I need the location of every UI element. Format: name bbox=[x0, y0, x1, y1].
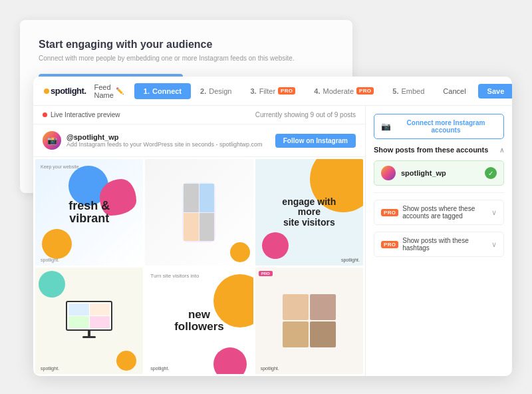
decoration-pink-small bbox=[213, 347, 247, 374]
moderate-pro-badge: PRO bbox=[356, 87, 374, 95]
chevron-up-icon: ∧ bbox=[499, 146, 504, 154]
decoration-pink-circle bbox=[262, 232, 289, 259]
post6-label: spotlight. bbox=[261, 366, 279, 371]
account-row: spotlight_wp ✓ bbox=[374, 160, 504, 186]
pro-row-hashtags[interactable]: PRO Show posts with these hashtags ∨ bbox=[374, 232, 504, 257]
feed-name-display: Feed Name ✏️ bbox=[94, 83, 124, 99]
chevron-down-icon-hashtags: ∨ bbox=[491, 240, 497, 249]
settings-panel: 📷 Connect more Instagram accounts Show p… bbox=[366, 106, 512, 376]
account-name: @spotlight_wp bbox=[66, 133, 262, 141]
account-desc: Add Instagram feeds to your WordPress si… bbox=[66, 141, 262, 148]
live-preview: Live Interactive preview bbox=[43, 111, 120, 118]
feed-topbar: Live Interactive preview Currently showi… bbox=[33, 106, 365, 124]
top-nav: spotlight. Feed Name ✏️ 1. Connect 2. De… bbox=[33, 77, 512, 106]
account-header: 📸 @spotlight_wp Add Instagram feeds to y… bbox=[33, 124, 365, 157]
post-phones bbox=[145, 159, 253, 266]
turn-text: Turn site visitors into bbox=[150, 273, 199, 279]
connect-more-button[interactable]: 📷 Connect more Instagram accounts bbox=[374, 114, 504, 139]
account-info: 📸 @spotlight_wp Add Instagram feeds to y… bbox=[43, 131, 262, 150]
nav-actions: Cancel Save bbox=[436, 84, 512, 98]
post3-label: spotlight. bbox=[341, 258, 360, 262]
show-posts-label: Show posts from these accounts ∧ bbox=[374, 146, 504, 154]
brand-dot bbox=[44, 89, 49, 94]
computer-base bbox=[82, 336, 96, 338]
content-area: Live Interactive preview Currently showi… bbox=[33, 106, 512, 376]
account-avatar: 📸 bbox=[43, 131, 61, 150]
post-followers: Turn site visitors into newfollowers spo… bbox=[145, 268, 253, 374]
decoration-yellow-comp bbox=[116, 351, 136, 371]
bg-card-title: Start engaging with your audience bbox=[39, 39, 334, 51]
nav-tabs: 1. Connect 2. Design 3. Filter PRO 4. Mo… bbox=[134, 83, 434, 99]
post1-label: spotlight. bbox=[41, 258, 59, 262]
phone-mockup-main bbox=[182, 182, 215, 242]
computer-stand bbox=[88, 331, 90, 336]
edit-icon[interactable]: ✏️ bbox=[116, 87, 124, 95]
post-engage: engage withmoresite visitors spotlight. bbox=[255, 159, 363, 266]
computer-mockup bbox=[63, 301, 116, 341]
pro-badge-hashtags: PRO bbox=[381, 241, 398, 248]
filter-pro-badge: PRO bbox=[278, 87, 295, 95]
brand-logo: spotlight. bbox=[44, 86, 86, 96]
engage-text: engage withmoresite visitors bbox=[282, 197, 336, 228]
phone-screen bbox=[182, 182, 215, 242]
computer-screen bbox=[66, 301, 112, 331]
account-row-name: spotlight_wp bbox=[401, 169, 479, 177]
cancel-button[interactable]: Cancel bbox=[436, 84, 472, 98]
account-row-avatar bbox=[381, 166, 396, 180]
fresh-vibrant-text: fresh &vibrant bbox=[68, 200, 110, 225]
pro-tag: PRO bbox=[259, 271, 273, 276]
tab-design[interactable]: 2. Design bbox=[191, 83, 241, 99]
tab-connect[interactable]: 1. Connect bbox=[134, 83, 191, 99]
follow-button[interactable]: Follow on Instagram bbox=[275, 134, 356, 148]
tab-moderate[interactable]: 4. Moderate PRO bbox=[305, 83, 383, 99]
tab-filter[interactable]: 3. Filter PRO bbox=[241, 83, 305, 99]
post4-label: spotlight. bbox=[41, 366, 59, 371]
feed-panel: Live Interactive preview Currently showi… bbox=[33, 106, 366, 376]
divider-1 bbox=[374, 192, 504, 193]
bg-card-subtitle: Connect with more people by embedding on… bbox=[39, 55, 334, 62]
tab-embed[interactable]: 5. Embed bbox=[383, 83, 434, 99]
pro-badge-tagged: PRO bbox=[381, 209, 398, 216]
save-button[interactable]: Save bbox=[478, 84, 512, 98]
post-food: PRO spotlight. bbox=[255, 268, 363, 374]
brand-name: spotlight. bbox=[51, 86, 86, 96]
instagram-icon: 📷 bbox=[381, 122, 391, 131]
decoration-teal bbox=[39, 271, 65, 297]
decoration-circle-yellow bbox=[42, 229, 72, 259]
showing-count: Currently showing 9 out of 9 posts bbox=[255, 111, 356, 118]
account-details: @spotlight_wp Add Instagram feeds to you… bbox=[66, 133, 262, 148]
post-computer: spotlight. bbox=[35, 268, 143, 374]
chevron-down-icon-tagged: ∨ bbox=[491, 208, 497, 217]
check-icon: ✓ bbox=[485, 167, 497, 179]
post-fresh-vibrant: Keep your website fresh &vibrant spotlig… bbox=[35, 159, 143, 266]
keep-text: Keep your website bbox=[41, 164, 79, 169]
posts-grid: Keep your website fresh &vibrant spotlig… bbox=[33, 157, 365, 376]
live-dot bbox=[43, 112, 47, 117]
decoration-yellow-phone bbox=[230, 242, 250, 262]
main-card: spotlight. Feed Name ✏️ 1. Connect 2. De… bbox=[33, 77, 512, 376]
food-grid bbox=[283, 294, 336, 347]
post5-label: spotlight. bbox=[150, 366, 169, 371]
pro-row-tagged[interactable]: PRO Show posts where these accounts are … bbox=[374, 200, 504, 225]
new-followers-text: newfollowers bbox=[174, 309, 224, 333]
